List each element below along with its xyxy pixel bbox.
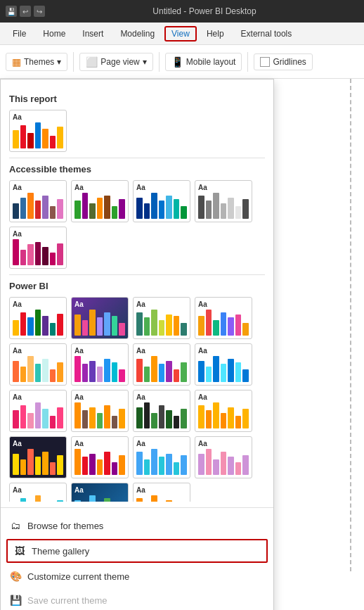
gridlines-checkbox[interactable] <box>260 57 270 67</box>
themes-label: Themes <box>24 57 54 67</box>
customize-theme-icon: 🎨 <box>9 570 22 583</box>
right-border-dots <box>350 79 364 571</box>
themes-button[interactable]: ▦ Themes ▾ <box>6 53 67 71</box>
bar-6 <box>50 136 56 149</box>
menu-bar: File Home Insert Modeling View Help Exte… <box>0 23 364 45</box>
theme-gallery-item[interactable]: 🖼 Theme gallery <box>6 539 268 563</box>
pbi-theme-16[interactable]: Aa <box>195 436 252 478</box>
theme-bars <box>13 122 63 148</box>
pbi-theme-6[interactable]: Aa <box>71 343 129 386</box>
this-report-themes-grid: Aa <box>9 110 265 152</box>
divider-1 <box>9 158 265 158</box>
pbi-theme-5[interactable]: Aa <box>9 343 67 386</box>
customize-theme-label: Customize current theme <box>27 571 129 582</box>
page-view-label: Page view <box>100 57 139 67</box>
separator-1 <box>73 52 74 72</box>
pbi-theme-11[interactable]: Aa <box>133 390 190 432</box>
section-title-power-bi: Power BI <box>9 281 265 291</box>
accessible-themes-grid: Aa Aa <box>9 180 265 269</box>
save-icon[interactable]: 💾 <box>6 6 17 17</box>
page-view-icon: ⬜ <box>86 56 98 68</box>
menu-home[interactable]: Home <box>36 26 72 42</box>
page-view-button[interactable]: ⬜ Page view ▾ <box>79 53 152 71</box>
toolbar: ▦ Themes ▾ ⬜ Page view ▾ 📱 Mobile layout… <box>0 45 364 79</box>
bar-4 <box>35 122 41 148</box>
pbi-theme-8[interactable]: Aa <box>195 343 252 386</box>
theme-gallery-icon: 🖼 <box>13 545 26 557</box>
accessible-theme-4[interactable]: Aa <box>195 180 252 222</box>
separator-2 <box>159 52 160 72</box>
redo-icon[interactable]: ↪ <box>34 6 45 17</box>
mobile-layout-icon: 📱 <box>171 56 183 68</box>
gridlines-label: Gridlines <box>273 57 306 67</box>
pbi-theme-3[interactable]: Aa <box>133 297 190 339</box>
gridlines-button[interactable]: Gridlines <box>254 53 312 70</box>
bar-7 <box>57 127 63 148</box>
theme-gallery-label: Theme gallery <box>32 546 89 557</box>
pbi-theme-13[interactable]: Aa <box>9 436 67 478</box>
pbi-theme-19[interactable]: Aa <box>133 483 190 502</box>
menu-file[interactable]: File <box>6 26 33 42</box>
title-bar-icons: 💾 ↩ ↪ <box>6 6 45 17</box>
mobile-layout-label: Mobile layout <box>186 57 236 67</box>
pbi-theme-2[interactable]: Aa <box>71 297 129 339</box>
bar-1 <box>13 130 19 148</box>
save-theme-item: 💾 Save current theme <box>1 588 273 610</box>
themes-icon: ▦ <box>12 56 21 68</box>
pbi-theme-14[interactable]: Aa <box>71 436 129 478</box>
theme-card-current[interactable]: Aa <box>9 110 67 152</box>
pbi-theme-12[interactable]: Aa <box>195 390 252 432</box>
pbi-theme-17[interactable]: Aa <box>9 483 67 502</box>
pbi-theme-10[interactable]: Aa <box>71 390 129 432</box>
accessible-theme-2[interactable]: Aa <box>71 180 129 222</box>
menu-external-tools[interactable]: External tools <box>234 26 299 42</box>
pbi-theme-15[interactable]: Aa <box>133 436 190 478</box>
pbi-theme-4[interactable]: Aa <box>195 297 252 339</box>
window-title: Untitled - Power BI Desktop <box>51 6 358 16</box>
accessible-theme-3[interactable]: Aa <box>133 180 190 222</box>
title-bar: 💾 ↩ ↪ Untitled - Power BI Desktop <box>0 0 364 23</box>
pbi-theme-1[interactable]: Aa <box>9 297 67 339</box>
pbi-theme-9[interactable]: Aa <box>9 390 67 432</box>
menu-modeling[interactable]: Modeling <box>113 26 162 42</box>
bar-3 <box>27 133 34 148</box>
browse-themes-item[interactable]: 🗂 Browse for themes <box>1 514 273 538</box>
pbi-theme-18[interactable]: Aa <box>71 483 129 502</box>
accessible-theme-5[interactable]: Aa <box>9 227 67 269</box>
pbi-theme-7[interactable]: Aa <box>133 343 190 386</box>
panel-scroll-area[interactable]: This report Aa Accessible themes <box>1 80 273 502</box>
customize-theme-item[interactable]: 🎨 Customize current theme <box>1 564 273 588</box>
menu-insert[interactable]: Insert <box>75 26 110 42</box>
menu-help[interactable]: Help <box>200 26 231 42</box>
browse-themes-icon: 🗂 <box>9 519 22 532</box>
themes-dropdown-icon: ▾ <box>57 57 61 67</box>
bar-5 <box>42 129 48 148</box>
themes-dropdown-panel: This report Aa Accessible themes <box>0 79 274 610</box>
separator-3 <box>247 52 248 72</box>
mobile-layout-button[interactable]: 📱 Mobile layout <box>165 53 242 71</box>
page-view-dropdown-icon: ▾ <box>143 57 147 67</box>
browse-themes-label: Browse for themes <box>27 521 103 531</box>
section-title-this-report: This report <box>9 94 265 104</box>
power-bi-themes-grid: Aa Aa <box>9 297 265 502</box>
theme-aa-label: Aa <box>13 113 63 121</box>
divider-2 <box>9 274 265 275</box>
undo-icon[interactable]: ↩ <box>20 6 31 17</box>
divider-bottom <box>1 507 273 508</box>
section-title-accessible: Accessible themes <box>9 164 265 174</box>
save-theme-icon: 💾 <box>9 594 22 606</box>
menu-view[interactable]: View <box>164 26 197 42</box>
accessible-theme-1[interactable]: Aa <box>9 180 67 222</box>
save-theme-label: Save current theme <box>27 595 107 606</box>
bar-2 <box>20 125 27 148</box>
